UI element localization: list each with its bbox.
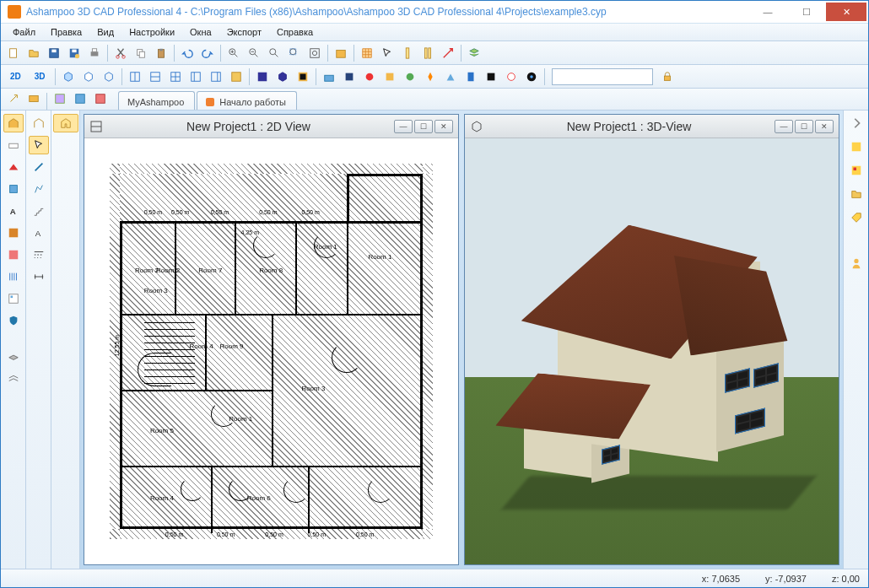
stairs-tool-icon[interactable] — [29, 202, 49, 220]
palette1-icon[interactable] — [846, 138, 866, 156]
tab-tool4-icon[interactable] — [71, 89, 89, 108]
panel-max-button[interactable]: ☐ — [414, 120, 433, 133]
person-icon[interactable] — [846, 254, 866, 272]
floorplan-canvas[interactable]: Room 2 Room 2 Room 3 Room 7 Room 8 Room … — [84, 138, 458, 564]
viewport-3d[interactable] — [465, 138, 839, 564]
print-icon[interactable] — [85, 44, 104, 62]
grid-icon[interactable] — [358, 44, 376, 62]
save-icon[interactable] — [45, 44, 63, 62]
ruler2-icon[interactable] — [418, 44, 437, 62]
window-tool-icon[interactable] — [3, 180, 24, 198]
text2-tool-icon[interactable]: A — [29, 224, 49, 242]
ruler1-icon[interactable] — [398, 44, 417, 62]
roof-tool-icon[interactable] — [3, 158, 24, 176]
zoomregion-icon[interactable] — [285, 44, 304, 62]
line-tool-icon[interactable] — [29, 158, 49, 176]
palette2-icon[interactable] — [846, 161, 866, 180]
poly-tool-icon[interactable] — [29, 180, 49, 198]
cursor-icon[interactable] — [378, 44, 397, 62]
mode-2d-button[interactable]: 2D — [4, 67, 27, 86]
obj6-icon[interactable] — [421, 67, 440, 86]
split3-icon[interactable] — [166, 67, 185, 86]
linetype-tool-icon[interactable] — [29, 245, 49, 264]
split5-icon[interactable] — [207, 67, 225, 86]
menu-file[interactable]: Файл — [6, 25, 42, 39]
panel-min-button[interactable]: — — [775, 120, 793, 133]
panel-close-button[interactable]: ✕ — [434, 120, 453, 133]
redo-icon[interactable] — [198, 44, 217, 62]
zoomout-icon[interactable] — [245, 44, 263, 62]
tab-getstarted[interactable]: Начало работы — [197, 91, 297, 110]
home-tool-icon[interactable] — [53, 114, 78, 132]
cut-icon[interactable] — [111, 44, 130, 62]
tab-tool2-icon[interactable] — [24, 89, 43, 108]
minimize-button[interactable]: — — [748, 3, 787, 21]
split4-icon[interactable] — [186, 67, 205, 86]
menu-help[interactable]: Справка — [270, 25, 320, 39]
material-tool-icon[interactable] — [3, 245, 24, 264]
maximize-button[interactable]: ☐ — [787, 3, 826, 21]
obj8-icon[interactable] — [461, 67, 480, 86]
close-button[interactable]: ✕ — [826, 3, 866, 21]
floor-tool-icon[interactable] — [3, 347, 24, 365]
obj7-icon[interactable] — [441, 67, 460, 86]
tab-tool5-icon[interactable] — [91, 89, 110, 108]
folder-icon[interactable] — [846, 185, 866, 203]
zoomin-icon[interactable] — [224, 44, 243, 62]
obj5-icon[interactable] — [401, 67, 419, 86]
zoomall-icon[interactable] — [305, 44, 324, 62]
menu-settings[interactable]: Настройки — [122, 25, 181, 39]
undo-icon[interactable] — [178, 44, 197, 62]
obj2-icon[interactable] — [340, 67, 359, 86]
tab-myashampoo[interactable]: MyAshampoo — [118, 91, 195, 110]
obj11-icon[interactable] — [522, 67, 541, 86]
menu-windows[interactable]: Окна — [183, 25, 219, 39]
store-icon[interactable] — [332, 44, 350, 62]
level-tool-icon[interactable] — [3, 369, 24, 387]
obj9-icon[interactable] — [482, 67, 500, 86]
tag-icon[interactable] — [846, 208, 866, 227]
new-icon[interactable] — [4, 44, 23, 62]
dimension-tool-icon[interactable] — [29, 267, 49, 286]
open-icon[interactable] — [24, 44, 43, 62]
building2-icon[interactable] — [29, 114, 49, 132]
obj4-icon[interactable] — [381, 67, 399, 86]
render-mode-dropdown[interactable] — [552, 68, 653, 85]
paste-icon[interactable] — [152, 44, 170, 62]
cube3-icon[interactable] — [100, 67, 118, 86]
split6-icon[interactable] — [227, 67, 246, 86]
render3-icon[interactable] — [294, 67, 312, 86]
lock-icon[interactable] — [658, 67, 677, 86]
render1-icon[interactable] — [253, 67, 272, 86]
menu-edit[interactable]: Правка — [44, 25, 89, 39]
mode-3d-button[interactable]: 3D — [29, 67, 51, 86]
wall-tool-icon[interactable] — [3, 136, 24, 154]
cube1-icon[interactable] — [59, 67, 78, 86]
saveas-icon[interactable] — [65, 44, 84, 62]
cube2-icon[interactable] — [79, 67, 98, 86]
obj10-icon[interactable] — [502, 67, 521, 86]
select-tool-icon[interactable] — [29, 136, 49, 154]
split2-icon[interactable] — [146, 67, 165, 86]
panel-close-button[interactable]: ✕ — [815, 120, 834, 133]
obj3-icon[interactable] — [360, 67, 379, 86]
render2-icon[interactable] — [273, 67, 292, 86]
split1-icon[interactable] — [126, 67, 144, 86]
layer-icon[interactable] — [465, 44, 483, 62]
gallery-tool-icon[interactable] — [3, 289, 24, 308]
zoomfit-icon[interactable] — [265, 44, 283, 62]
shield-tool-icon[interactable] — [3, 311, 24, 330]
hatch-tool-icon[interactable] — [3, 224, 24, 242]
obj1-icon[interactable] — [320, 67, 338, 86]
menu-view[interactable]: Вид — [90, 25, 121, 39]
panel-min-button[interactable]: — — [394, 120, 413, 133]
panel-max-button[interactable]: ☐ — [795, 120, 813, 133]
expand-icon[interactable] — [846, 114, 866, 132]
copy-icon[interactable] — [132, 44, 150, 62]
text-tool-icon[interactable]: A — [3, 202, 24, 220]
bars-tool-icon[interactable] — [3, 267, 24, 286]
menu-export[interactable]: Экспорт — [220, 25, 268, 39]
tab-tool3-icon[interactable] — [51, 89, 69, 108]
tab-tool1-icon[interactable] — [4, 89, 23, 108]
arrow-tool-icon[interactable] — [439, 44, 457, 62]
